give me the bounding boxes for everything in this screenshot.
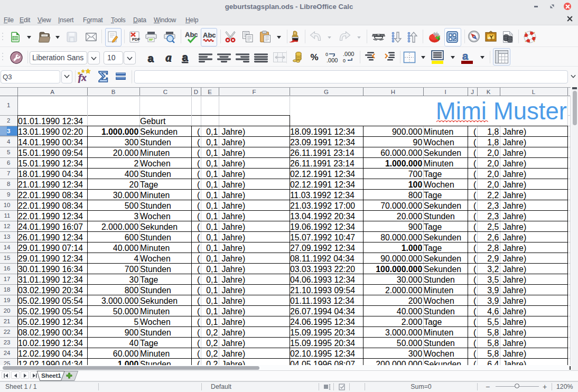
svg-text:0: 0 [325,52,328,57]
svg-text:a: a [462,50,469,62]
svg-text:Abc: Abc [203,31,216,39]
svg-text:0: 0 [343,58,346,63]
svg-text:%: % [433,31,439,38]
svg-text:.000: .000 [343,51,354,57]
svg-text:.000: .000 [327,57,338,63]
svg-text:PDF: PDF [132,37,140,42]
